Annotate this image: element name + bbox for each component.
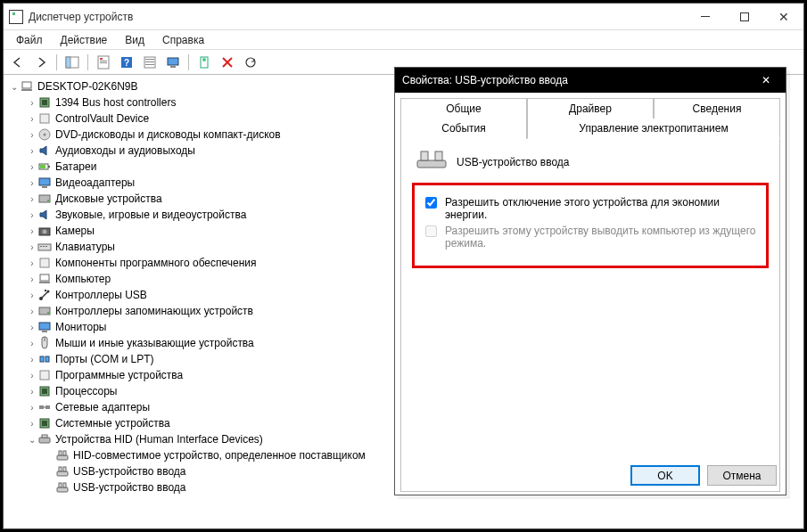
sys-icon (37, 416, 52, 430)
disc-icon (37, 127, 52, 142)
hid-device-icon (55, 448, 70, 462)
mouse-icon (37, 336, 52, 350)
allow-power-off-label: Разрешить отключение этого устройства дл… (445, 196, 759, 221)
tab-general[interactable]: Общие (400, 98, 527, 119)
port-icon (37, 352, 52, 366)
tree-category-label: Звуковые, игровые и видеоустройства (55, 209, 246, 221)
misc-icon (37, 111, 52, 126)
storage-icon (37, 304, 52, 318)
computer-icon (20, 79, 34, 94)
dialog-title: Свойства: USB-устройство ввода (402, 74, 568, 86)
drive-icon (37, 192, 52, 206)
tree-device-label: USB-устройство ввода (73, 465, 186, 478)
cancel-button[interactable]: Отмена (707, 465, 777, 486)
chevron-right-icon: › (27, 403, 37, 413)
view-button[interactable] (139, 53, 161, 72)
chevron-right-icon: › (27, 371, 37, 381)
arrow-right-icon (34, 55, 48, 70)
tree-category-label: Контроллеры запоминающих устройств (55, 305, 253, 317)
tree-category-label: 1394 Bus host controllers (55, 96, 176, 109)
menu-view[interactable]: Вид (118, 32, 152, 48)
chevron-right-icon: › (27, 114, 37, 124)
close-button[interactable]: ✕ (764, 4, 803, 30)
tree-category-label: Компоненты программного обеспечения (55, 257, 257, 269)
chevron-right-icon: › (27, 323, 37, 332)
chevron-right-icon: › (27, 307, 37, 316)
close-icon: ✕ (762, 74, 770, 86)
device-enable-icon (197, 55, 211, 70)
tab-power[interactable]: Управление электропитанием (527, 119, 780, 139)
chevron-down-icon: ⌄ (27, 435, 37, 445)
help-button[interactable] (116, 53, 137, 72)
properties-button[interactable] (93, 53, 114, 72)
svg-rect-50 (417, 160, 446, 168)
tree-category-label: Компьютер (55, 273, 111, 285)
tree-category-label: Контроллеры USB (55, 289, 147, 301)
back-button[interactable] (7, 53, 29, 72)
tree-category-label: Батареи (55, 160, 96, 173)
dialog-titlebar: Свойства: USB-устройство ввода ✕ (395, 68, 786, 93)
monitor-icon (166, 55, 180, 70)
tree-category-label: Аудиовходы и аудиовыходы (55, 144, 195, 157)
uninstall-device-button[interactable] (217, 53, 238, 72)
show-hide-tree-button[interactable] (62, 53, 83, 72)
window-title: Диспетчер устройств (29, 11, 133, 23)
menu-help[interactable]: Справка (155, 32, 211, 48)
tab-driver[interactable]: Драйвер (527, 98, 654, 119)
forward-button[interactable] (30, 53, 52, 72)
chip-icon (37, 95, 52, 110)
chevron-right-icon: › (27, 210, 37, 220)
tabs-row-2: События Управление электропитанием (400, 119, 780, 139)
refresh-button[interactable] (240, 53, 261, 72)
tree-category-label: Дисковые устройства (55, 192, 162, 205)
hid-icon (37, 432, 52, 446)
menubar: Файл Действие Вид Справка (4, 30, 803, 50)
chevron-right-icon: › (27, 242, 37, 252)
chevron-right-icon: › (27, 146, 37, 156)
usb-icon (37, 288, 52, 302)
maximize-button[interactable] (725, 4, 764, 30)
tab-details[interactable]: Сведения (654, 98, 780, 119)
list-icon (143, 55, 157, 70)
chevron-right-icon: › (27, 226, 37, 236)
minimize-button[interactable] (686, 4, 725, 30)
hid-device-icon (55, 480, 70, 495)
computer-icon (37, 272, 52, 286)
tree-device-label: HID-совместимое устройство, определенное… (73, 449, 366, 462)
chevron-right-icon: › (27, 339, 37, 348)
allow-wake-label: Разрешить этому устройству выводить комп… (445, 225, 759, 250)
device-remove-icon (220, 55, 235, 70)
sw-icon (37, 368, 52, 382)
scan-button[interactable] (162, 53, 184, 72)
cpu-icon (37, 384, 52, 398)
properties-icon (96, 55, 111, 70)
device-icon (416, 150, 448, 174)
chevron-right-icon: › (27, 130, 37, 140)
chevron-right-icon: › (27, 98, 37, 108)
menu-action[interactable]: Действие (54, 32, 115, 48)
monitor-icon (37, 320, 52, 334)
help-icon (119, 55, 134, 70)
app-icon (9, 10, 23, 24)
minimize-icon (701, 16, 710, 17)
audio-icon (37, 143, 52, 158)
tree-category-label: Камеры (55, 225, 95, 237)
dialog-close-button[interactable]: ✕ (753, 70, 778, 91)
tree-category-label: Устройства HID (Human Interface Devices) (55, 433, 263, 446)
allow-power-off-row[interactable]: Разрешить отключение этого устройства дл… (422, 196, 759, 221)
chevron-right-icon: › (27, 387, 37, 397)
allow-wake-checkbox (425, 225, 437, 237)
chevron-right-icon: › (27, 355, 37, 364)
tab-events[interactable]: События (400, 119, 527, 139)
chevron-right-icon: › (27, 178, 37, 188)
properties-dialog: Свойства: USB-устройство ввода ✕ Общие Д… (394, 67, 786, 495)
camera-icon (37, 224, 52, 238)
tree-category-label: ControlVault Device (55, 112, 149, 125)
menu-file[interactable]: Файл (9, 32, 50, 48)
ok-button[interactable]: OK (630, 465, 700, 486)
arrow-left-icon (11, 55, 25, 70)
display-icon (37, 176, 52, 190)
allow-power-off-checkbox[interactable] (425, 197, 437, 209)
chevron-right-icon: › (27, 258, 37, 268)
enable-device-button[interactable] (194, 53, 215, 72)
